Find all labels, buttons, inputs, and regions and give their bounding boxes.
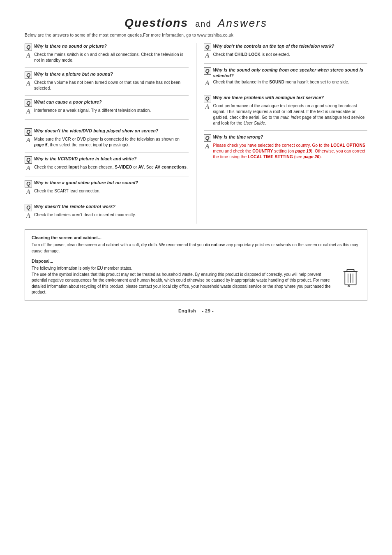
qa-item-3: Q What can cause a poor picture? A Inter… bbox=[25, 99, 189, 115]
qa-a-r1: A Check that CHILD LOCK is not selected. bbox=[204, 52, 368, 59]
qa-item-5: Q Why is the VCR/DVD picture in black an… bbox=[25, 156, 189, 172]
a-icon-4: A bbox=[25, 136, 32, 144]
q-icon-r1: Q bbox=[204, 44, 211, 51]
q-text-r4: Why is the time wrong? bbox=[213, 134, 263, 140]
divider-3 bbox=[25, 119, 189, 120]
qa-a-7: A Check the batteries aren't dead or ins… bbox=[25, 212, 189, 220]
q-icon-r2: Q bbox=[204, 67, 211, 75]
qa-item-r4: Q Why is the time wrong? A Please check … bbox=[204, 134, 368, 160]
a-icon-1: A bbox=[25, 52, 32, 59]
page-footer: English - 29 - bbox=[25, 308, 367, 313]
qa-section: Q Why is there no sound or picture? A Ch… bbox=[25, 43, 367, 224]
qa-item-7: Q Why doesn't the remote control work? A… bbox=[25, 204, 189, 220]
a-icon-r3: A bbox=[204, 103, 211, 111]
title-answers: Answers bbox=[218, 17, 267, 29]
a-icon-5: A bbox=[25, 164, 32, 172]
q-text-1: Why is there no sound or picture? bbox=[34, 43, 107, 49]
q-text-r1: Why don't the controls on the top of the… bbox=[213, 43, 334, 49]
a-icon-r1: A bbox=[204, 52, 211, 59]
page: Questions and Answers Below are the answ… bbox=[0, 0, 392, 555]
q-icon-1: Q bbox=[25, 44, 32, 51]
qa-q-r3: Q Why are there problems with analogue t… bbox=[204, 95, 368, 102]
a-icon-3: A bbox=[25, 108, 32, 115]
divider-6 bbox=[25, 200, 189, 200]
qa-q-7: Q Why doesn't the remote control work? bbox=[25, 204, 189, 211]
a-text-4: Make sure the VCR or DVD player is conne… bbox=[34, 136, 189, 148]
q-icon-6: Q bbox=[25, 180, 32, 187]
q-icon-r3: Q bbox=[204, 95, 211, 102]
q-icon-4: Q bbox=[25, 128, 32, 136]
q-text-2: Why is there a picture but no sound? bbox=[34, 71, 113, 77]
a-text-r2: Check that the balance in the SOUND menu… bbox=[213, 79, 349, 85]
a-text-r3: Good performance of the analogue text de… bbox=[213, 103, 368, 126]
qa-item-1: Q Why is there no sound or picture? A Ch… bbox=[25, 43, 189, 63]
footer-language: English bbox=[178, 308, 196, 313]
a-icon-r4: A bbox=[204, 143, 211, 150]
qa-a-1: A Check the mains switch is on and check… bbox=[25, 52, 189, 63]
a-text-6: Check the SCART lead connection. bbox=[34, 188, 101, 194]
q-text-3: What can cause a poor picture? bbox=[34, 99, 102, 105]
qa-item-r3: Q Why are there problems with analogue t… bbox=[204, 95, 368, 126]
qa-a-r3: A Good performance of the analogue text … bbox=[204, 103, 368, 126]
qa-q-5: Q Why is the VCR/DVD picture in black an… bbox=[25, 156, 189, 164]
right-column: Q Why don't the controls on the top of t… bbox=[196, 43, 368, 224]
a-text-1: Check the mains switch is on and check a… bbox=[34, 52, 189, 63]
qa-a-5: A Check the correct input has been chose… bbox=[25, 164, 189, 172]
qa-q-2: Q Why is there a picture but no sound? bbox=[25, 71, 189, 79]
divider-1 bbox=[25, 67, 189, 68]
q-icon-5: Q bbox=[25, 156, 32, 164]
qa-a-2: A Check the volume has not been turned d… bbox=[25, 80, 189, 91]
footer-page: - 29 - bbox=[202, 308, 214, 313]
qa-a-r2: A Check that the balance in the SOUND me… bbox=[204, 79, 368, 87]
qa-item-4: Q Why doesn't the video/DVD being played… bbox=[25, 128, 189, 148]
q-text-r3: Why are there problems with analogue tex… bbox=[213, 95, 324, 100]
page-title: Questions and Answers bbox=[25, 16, 367, 30]
weee-icon bbox=[341, 267, 360, 287]
qa-item-6: Q Why is there a good video picture but … bbox=[25, 180, 189, 196]
divider-r2 bbox=[204, 91, 368, 91]
subtitle: Below are the answers to some of the mos… bbox=[25, 33, 367, 37]
title-questions: Questions bbox=[125, 16, 188, 29]
qa-q-4: Q Why doesn't the video/DVD being played… bbox=[25, 128, 189, 136]
qa-a-6: A Check the SCART lead connection. bbox=[25, 188, 189, 196]
left-column: Q Why is there no sound or picture? A Ch… bbox=[25, 43, 196, 224]
q-icon-3: Q bbox=[25, 99, 32, 107]
q-text-7: Why doesn't the remote control work? bbox=[34, 204, 115, 209]
qa-item-2: Q Why is there a picture but no sound? A… bbox=[25, 71, 189, 91]
a-text-3: Interference or a weak signal. Try a dif… bbox=[34, 108, 151, 113]
a-text-7: Check the batteries aren't dead or inser… bbox=[34, 212, 136, 218]
a-icon-r2: A bbox=[204, 79, 211, 87]
disposal-title: Disposal... bbox=[32, 258, 360, 264]
disposal-section: The following information is only for EU… bbox=[32, 266, 360, 296]
cleaning-text: Turn off the power, clean the screen and… bbox=[32, 242, 360, 254]
disposal-text1: The following information is only for EU… bbox=[32, 266, 337, 272]
disposal-text: The following information is only for EU… bbox=[32, 266, 337, 296]
divider-r1 bbox=[204, 63, 368, 64]
divider-r3 bbox=[204, 130, 368, 131]
divider-2 bbox=[25, 95, 189, 96]
qa-q-1: Q Why is there no sound or picture? bbox=[25, 43, 189, 51]
q-icon-7: Q bbox=[25, 204, 32, 211]
a-icon-6: A bbox=[25, 188, 32, 196]
qa-q-r4: Q Why is the time wrong? bbox=[204, 134, 368, 142]
divider-5 bbox=[25, 176, 189, 176]
a-icon-2: A bbox=[25, 80, 32, 87]
qa-q-3: Q What can cause a poor picture? bbox=[25, 99, 189, 107]
disposal-text2: The use of the symbol indicates that thi… bbox=[32, 272, 337, 296]
q-text-4: Why doesn't the video/DVD being played s… bbox=[34, 128, 159, 134]
q-text-6: Why is there a good video picture but no… bbox=[34, 180, 138, 185]
qa-q-r2: Q Why is the sound only coming from one … bbox=[204, 67, 368, 79]
a-text-r4: Please check you have selected the corre… bbox=[213, 143, 368, 160]
qa-item-r1: Q Why don't the controls on the top of t… bbox=[204, 43, 368, 59]
info-box: Cleaning the screen and cabinet... Turn … bbox=[25, 229, 367, 301]
cleaning-title: Cleaning the screen and cabinet... bbox=[32, 235, 360, 241]
qa-q-r1: Q Why don't the controls on the top of t… bbox=[204, 43, 368, 51]
a-icon-7: A bbox=[25, 212, 32, 220]
a-text-5: Check the correct input has been chosen,… bbox=[34, 164, 188, 170]
qa-a-4: A Make sure the VCR or DVD player is con… bbox=[25, 136, 189, 148]
q-text-5: Why is the VCR/DVD picture in black and … bbox=[34, 156, 137, 162]
q-text-r2: Why is the sound only coming from one sp… bbox=[213, 67, 368, 79]
divider-4 bbox=[25, 152, 189, 153]
a-text-r1: Check that CHILD LOCK is not selected. bbox=[213, 52, 290, 58]
a-text-2: Check the volume has not been turned dow… bbox=[34, 80, 189, 91]
